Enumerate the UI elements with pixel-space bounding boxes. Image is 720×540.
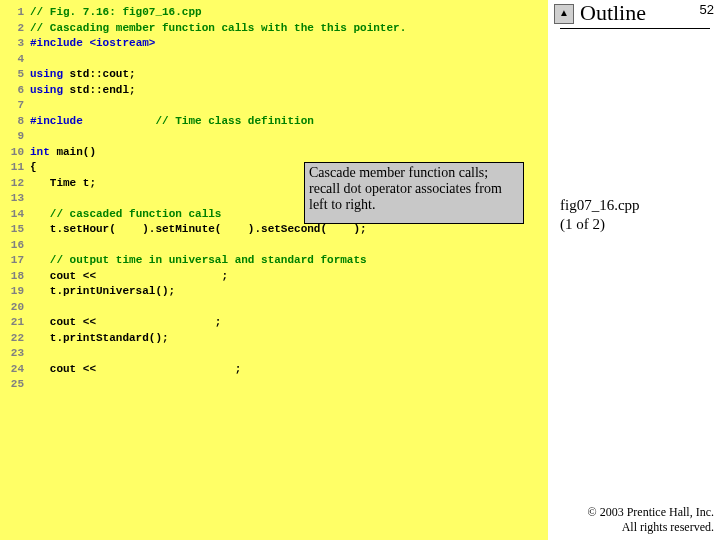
line-number: 23 bbox=[0, 347, 30, 359]
code-token: cout << ; bbox=[30, 270, 228, 282]
code-token: main() bbox=[56, 146, 96, 158]
figure-part: (1 of 2) bbox=[560, 216, 605, 232]
code-token: <iostream> bbox=[89, 37, 155, 49]
code-token: // output time in universal and standard… bbox=[50, 254, 367, 266]
code-token: // Cascading member function calls with … bbox=[30, 22, 406, 34]
line-number: 1 bbox=[0, 6, 30, 18]
copyright: © 2003 Prentice Hall, Inc. All rights re… bbox=[588, 505, 714, 534]
code-line: 15 t.setHour( ).setMinute( ).setSecond( … bbox=[0, 223, 367, 235]
code-line: 23 bbox=[0, 347, 30, 359]
outline-title: Outline bbox=[580, 0, 646, 26]
line-number: 7 bbox=[0, 99, 30, 111]
line-number: 19 bbox=[0, 285, 30, 297]
line-number: 13 bbox=[0, 192, 30, 204]
code-line: 9 bbox=[0, 130, 30, 142]
code-line: 7 bbox=[0, 99, 30, 111]
code-token: int bbox=[30, 146, 56, 158]
code-token bbox=[30, 254, 50, 266]
code-token: #include bbox=[30, 37, 89, 49]
code-line: 8#include // Time class definition bbox=[0, 115, 314, 127]
line-number: 21 bbox=[0, 316, 30, 328]
code-area: 1// Fig. 7.16: fig07_16.cpp2// Cascading… bbox=[0, 0, 548, 540]
code-token: // Time class definition bbox=[155, 115, 313, 127]
code-line: 10int main() bbox=[0, 146, 96, 158]
line-number: 8 bbox=[0, 115, 30, 127]
line-number: 5 bbox=[0, 68, 30, 80]
page-number: 52 bbox=[700, 2, 714, 17]
code-token: using bbox=[30, 84, 70, 96]
line-number: 2 bbox=[0, 22, 30, 34]
line-number: 14 bbox=[0, 208, 30, 220]
code-line: 16 bbox=[0, 239, 30, 251]
line-number: 12 bbox=[0, 177, 30, 189]
line-number: 25 bbox=[0, 378, 30, 390]
code-line: 11{ bbox=[0, 161, 37, 173]
outline-divider bbox=[560, 28, 710, 29]
right-pane bbox=[548, 0, 720, 540]
line-number: 18 bbox=[0, 270, 30, 282]
up-arrow-icon[interactable]: ▲ bbox=[554, 4, 574, 24]
figure-filename: fig07_16.cpp bbox=[560, 197, 640, 213]
code-line: 18 cout << ; bbox=[0, 270, 228, 282]
code-line: 20 bbox=[0, 301, 30, 313]
code-token: Time t; bbox=[30, 177, 96, 189]
code-line: 12 Time t; bbox=[0, 177, 96, 189]
code-line: 3#include <iostream> bbox=[0, 37, 155, 49]
line-number: 3 bbox=[0, 37, 30, 49]
code-line: 25 bbox=[0, 378, 30, 390]
line-number: 11 bbox=[0, 161, 30, 173]
code-line: 19 t.printUniversal(); bbox=[0, 285, 175, 297]
line-number: 9 bbox=[0, 130, 30, 142]
code-line: 5using std::cout; bbox=[0, 68, 136, 80]
code-token: cout << ; bbox=[30, 363, 241, 375]
code-line: 2// Cascading member function calls with… bbox=[0, 22, 406, 34]
figure-label: fig07_16.cpp (1 of 2) bbox=[560, 196, 640, 234]
code-token: std::endl; bbox=[70, 84, 136, 96]
code-line: 4 bbox=[0, 53, 30, 65]
code-line: 1// Fig. 7.16: fig07_16.cpp bbox=[0, 6, 202, 18]
code-token: // cascaded function calls bbox=[50, 208, 222, 220]
copyright-line1: © 2003 Prentice Hall, Inc. bbox=[588, 505, 714, 519]
code-token: cout << ; bbox=[30, 316, 221, 328]
callout-box: Cascade member function calls; recall do… bbox=[304, 162, 524, 224]
copyright-line2: All rights reserved. bbox=[622, 520, 714, 534]
line-number: 24 bbox=[0, 363, 30, 375]
line-number: 4 bbox=[0, 53, 30, 65]
code-line: 6using std::endl; bbox=[0, 84, 136, 96]
code-line: 21 cout << ; bbox=[0, 316, 221, 328]
code-line: 17 // output time in universal and stand… bbox=[0, 254, 367, 266]
code-token: t.printUniversal(); bbox=[30, 285, 175, 297]
code-token: using bbox=[30, 68, 70, 80]
code-line: 24 cout << ; bbox=[0, 363, 241, 375]
code-line: 13 bbox=[0, 192, 30, 204]
line-number: 16 bbox=[0, 239, 30, 251]
code-token: // Fig. 7.16: fig07_16.cpp bbox=[30, 6, 202, 18]
code-token bbox=[30, 208, 50, 220]
code-token: std::cout; bbox=[70, 68, 136, 80]
line-number: 22 bbox=[0, 332, 30, 344]
code-token: #include bbox=[30, 115, 155, 127]
code-token: t.printStandard(); bbox=[30, 332, 169, 344]
line-number: 17 bbox=[0, 254, 30, 266]
code-line: 14 // cascaded function calls bbox=[0, 208, 221, 220]
code-token: t.setHour( ).setMinute( ).setSecond( ); bbox=[30, 223, 367, 235]
code-token: { bbox=[30, 161, 37, 173]
code-line: 22 t.printStandard(); bbox=[0, 332, 169, 344]
line-number: 10 bbox=[0, 146, 30, 158]
line-number: 6 bbox=[0, 84, 30, 96]
line-number: 20 bbox=[0, 301, 30, 313]
line-number: 15 bbox=[0, 223, 30, 235]
